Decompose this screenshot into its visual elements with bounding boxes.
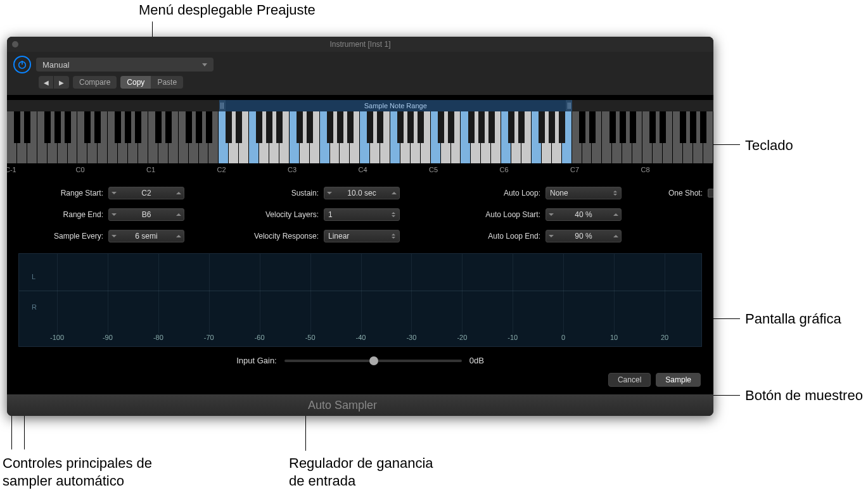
prev-preset-button[interactable]: ◀ — [39, 76, 54, 89]
black-key[interactable] — [125, 111, 131, 143]
black-key[interactable] — [307, 111, 313, 143]
keyboard[interactable]: Sample Note Range — [7, 100, 713, 163]
black-key[interactable] — [407, 111, 414, 143]
close-icon[interactable] — [12, 41, 18, 47]
slider-thumb[interactable] — [369, 356, 378, 365]
sample-every-stepper[interactable]: 6 semi — [108, 230, 184, 242]
increment-icon — [176, 235, 181, 237]
content-area: Sample Note Range C-1C0C1C2C3C4C5C6C7C8 … — [7, 95, 713, 394]
velocity-layers-dropdown[interactable]: 1 — [324, 208, 400, 221]
db-tick: -50 — [305, 334, 316, 341]
sample-button[interactable]: Sample — [656, 373, 701, 387]
black-key[interactable] — [660, 111, 666, 143]
black-key[interactable] — [397, 111, 404, 143]
db-scale: -100-90-80-70-60-50-40-30-20-1001020 — [19, 334, 701, 344]
black-keys[interactable] — [7, 111, 713, 143]
black-key[interactable] — [276, 111, 283, 143]
decrement-icon — [549, 213, 554, 216]
callout-gain: Regulador de ganancia de entrada — [289, 455, 433, 489]
range-start-stepper[interactable]: C2 — [108, 187, 184, 199]
sustain-label: Sustain: — [291, 189, 319, 198]
input-gain-slider[interactable] — [284, 360, 462, 362]
black-key[interactable] — [589, 111, 596, 143]
black-key[interactable] — [226, 111, 232, 143]
black-key[interactable] — [518, 111, 525, 143]
increment-icon — [392, 192, 397, 194]
black-key[interactable] — [367, 111, 373, 143]
auto-loop-end-value: 90 % — [556, 232, 611, 241]
black-key[interactable] — [115, 111, 121, 143]
black-key[interactable] — [690, 111, 696, 143]
db-tick: -90 — [103, 334, 113, 341]
auto-loop-dropdown[interactable]: None — [546, 187, 622, 199]
black-key[interactable] — [347, 111, 354, 143]
black-key[interactable] — [186, 111, 192, 143]
waveform-right-label: R — [32, 303, 37, 311]
black-key[interactable] — [610, 111, 616, 143]
sample-every-label: Sample Every: — [54, 232, 103, 241]
black-key[interactable] — [236, 111, 242, 143]
range-end-handle[interactable] — [566, 100, 572, 111]
black-key[interactable] — [418, 111, 424, 143]
black-key[interactable] — [448, 111, 454, 143]
black-key[interactable] — [206, 111, 212, 143]
black-key[interactable] — [65, 111, 71, 143]
black-key[interactable] — [549, 111, 555, 143]
compare-button[interactable]: Compare — [73, 76, 117, 89]
range-end-stepper[interactable]: B6 — [108, 208, 184, 221]
black-key[interactable] — [297, 111, 303, 143]
copy-button[interactable]: Copy — [120, 76, 151, 89]
black-key[interactable] — [539, 111, 545, 143]
power-button[interactable] — [13, 56, 31, 73]
callout-keyboard: Teclado — [745, 137, 793, 155]
black-key[interactable] — [44, 111, 51, 143]
black-key[interactable] — [508, 111, 514, 143]
input-gain-value: 0dB — [469, 356, 484, 365]
black-key[interactable] — [438, 111, 444, 143]
increment-icon — [176, 213, 181, 216]
auto-loop-end-stepper[interactable]: 90 % — [546, 230, 622, 242]
black-key[interactable] — [135, 111, 141, 143]
black-key[interactable] — [266, 111, 272, 143]
paste-button[interactable]: Paste — [151, 76, 183, 89]
plugin-footer: Auto Sampler — [7, 394, 713, 416]
black-key[interactable] — [620, 111, 626, 143]
black-key[interactable] — [165, 111, 172, 143]
black-key[interactable] — [680, 111, 686, 143]
black-key[interactable] — [649, 111, 656, 143]
velocity-response-dropdown[interactable]: Linear — [324, 230, 400, 242]
black-key[interactable] — [337, 111, 343, 143]
black-key[interactable] — [700, 111, 706, 143]
black-key[interactable] — [579, 111, 585, 143]
octave-label: C-1 — [7, 166, 16, 173]
callout-gain-l2: de entrada — [289, 472, 433, 490]
keyboard-section: Sample Note Range C-1C0C1C2C3C4C5C6C7C8 — [7, 95, 713, 176]
black-key[interactable] — [488, 111, 495, 143]
black-key[interactable] — [84, 111, 91, 143]
black-key[interactable] — [54, 111, 61, 143]
black-key[interactable] — [256, 111, 262, 143]
black-key[interactable] — [468, 111, 475, 143]
cancel-button[interactable]: Cancel — [608, 373, 651, 387]
black-key[interactable] — [155, 111, 162, 143]
black-key[interactable] — [94, 111, 101, 143]
black-key[interactable] — [478, 111, 485, 143]
range-start-handle[interactable] — [219, 100, 226, 111]
black-key[interactable] — [327, 111, 333, 143]
black-key[interactable] — [377, 111, 383, 143]
black-key[interactable] — [24, 111, 30, 143]
sustain-stepper[interactable]: 10.0 sec — [324, 187, 400, 199]
black-key[interactable] — [14, 111, 20, 143]
black-key[interactable] — [196, 111, 202, 143]
one-shot-checkbox[interactable] — [708, 189, 713, 198]
one-shot-label: One Shot: — [668, 189, 703, 198]
auto-loop-start-stepper[interactable]: 40 % — [546, 208, 622, 221]
callout-line — [713, 395, 740, 396]
sample-range-header[interactable]: Sample Note Range — [219, 100, 573, 111]
callout-preset: Menú desplegable Preajuste — [139, 1, 316, 20]
black-key[interactable] — [559, 111, 565, 143]
preset-dropdown[interactable]: Manual — [36, 58, 214, 72]
db-tick: -40 — [356, 334, 366, 341]
next-preset-button[interactable]: ▶ — [54, 76, 69, 89]
black-key[interactable] — [630, 111, 636, 143]
